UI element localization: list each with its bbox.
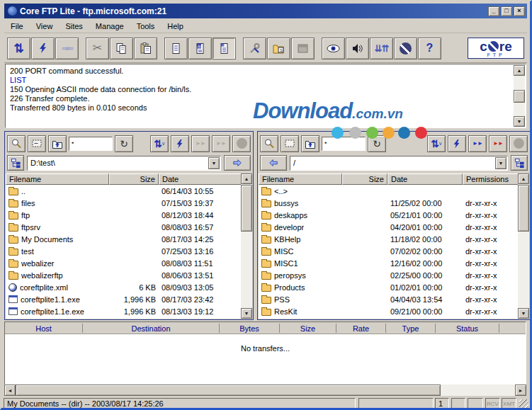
file-row[interactable]: ResKit09/21/00 00:00dr-xr-xr-x bbox=[259, 305, 529, 317]
file-row[interactable]: MISC07/02/02 00:00dr-xr-xr-x bbox=[259, 245, 529, 257]
file-row[interactable]: MISC112/16/02 00:00dr-xr-xr-x bbox=[259, 257, 529, 269]
file-row[interactable]: Products01/02/01 00:00dr-xr-xr-x bbox=[259, 281, 529, 293]
column-header-filename[interactable]: Filename bbox=[259, 173, 342, 185]
minimize-button[interactable]: _ bbox=[488, 6, 499, 16]
copy-button[interactable] bbox=[110, 38, 133, 59]
remote-path-combo[interactable]: / ▼ bbox=[290, 156, 508, 171]
binary-mode-button[interactable]: 10010 bbox=[188, 38, 212, 59]
file-row[interactable]: coreftplite.xml6 KB08/09/03 13:05 bbox=[6, 281, 252, 293]
local-refresh-button[interactable]: ↻ bbox=[115, 135, 133, 152]
scroll-down-icon[interactable]: ▼ bbox=[518, 308, 529, 319]
file-row[interactable]: developr04/20/01 00:00dr-xr-xr-x bbox=[259, 221, 529, 233]
menu-sites[interactable]: Sites bbox=[59, 21, 89, 32]
scroll-up-icon[interactable]: ▲ bbox=[518, 173, 529, 184]
remote-list-scrollbar[interactable]: ▲ ▼ bbox=[518, 173, 529, 319]
file-row[interactable]: peropsys02/25/00 00:00dr-xr-xr-x bbox=[259, 269, 529, 281]
auto-mode-button[interactable]: 10 bbox=[213, 38, 236, 59]
queue-column-rate[interactable]: Rate bbox=[336, 324, 386, 333]
help-button[interactable]: ? bbox=[418, 38, 441, 59]
connect-button[interactable] bbox=[31, 38, 55, 59]
file-row[interactable]: ..06/14/03 10:55 bbox=[6, 185, 252, 197]
file-row[interactable]: coreftplite1.1.exe1,996 KB08/17/03 23:42 bbox=[6, 293, 252, 305]
file-row[interactable]: ftpsrv08/08/03 16:57 bbox=[6, 221, 252, 233]
abort-button[interactable] bbox=[394, 38, 417, 59]
resize-grip[interactable] bbox=[519, 399, 528, 409]
scroll-right-icon[interactable]: ► bbox=[515, 385, 526, 396]
remote-folder-up-button[interactable] bbox=[301, 135, 319, 152]
file-row[interactable]: coreftplite1.1e.exe1,996 KB08/13/03 19:1… bbox=[6, 305, 252, 317]
local-filter-input[interactable] bbox=[69, 137, 113, 151]
column-header-date[interactable]: Date bbox=[159, 173, 252, 185]
transfer-window-button[interactable] bbox=[291, 38, 315, 59]
column-header-date[interactable]: Date bbox=[387, 173, 463, 185]
combo-dropdown-icon[interactable]: ▼ bbox=[208, 157, 220, 169]
log-scrollbar[interactable]: ▲ ▼ bbox=[514, 65, 525, 127]
queue-column-destination[interactable]: Destination bbox=[83, 324, 220, 333]
remote-download-button[interactable]: ►► bbox=[489, 135, 507, 152]
remote-select-button[interactable] bbox=[281, 135, 299, 152]
local-search-button[interactable] bbox=[7, 135, 26, 152]
remote-upload-button[interactable]: ►► bbox=[468, 135, 487, 152]
remote-back-button[interactable] bbox=[260, 155, 287, 171]
cut-button[interactable]: ✂ bbox=[86, 38, 109, 59]
column-header-size[interactable]: Size bbox=[109, 173, 159, 185]
local-go-button[interactable] bbox=[224, 155, 251, 171]
scroll-thumb[interactable] bbox=[241, 185, 252, 232]
local-upload-button[interactable]: ►► bbox=[191, 135, 210, 152]
site-manager-button[interactable]: S bbox=[267, 38, 290, 59]
file-row[interactable]: ftp08/12/03 18:44 bbox=[6, 209, 252, 221]
menu-help[interactable]: Help bbox=[161, 21, 190, 32]
queue-column-size[interactable]: Size bbox=[280, 324, 336, 333]
scroll-down-icon[interactable]: ▼ bbox=[241, 308, 252, 319]
scroll-up-icon[interactable]: ▲ bbox=[241, 173, 252, 184]
remote-filter-input[interactable] bbox=[322, 137, 366, 151]
local-tree-button[interactable] bbox=[7, 155, 24, 171]
paste-button[interactable] bbox=[134, 38, 157, 59]
scroll-thumb[interactable] bbox=[16, 385, 441, 396]
remote-search-button[interactable] bbox=[260, 135, 278, 152]
file-row[interactable]: webalizer08/08/03 11:51 bbox=[6, 257, 252, 269]
local-stop-button[interactable] bbox=[232, 135, 251, 152]
menu-view[interactable]: View bbox=[30, 21, 60, 32]
remote-stop-button[interactable] bbox=[509, 135, 528, 152]
scroll-up-icon[interactable]: ▲ bbox=[514, 65, 525, 76]
scroll-thumb[interactable] bbox=[518, 185, 529, 232]
local-list-scrollbar[interactable]: ▲ ▼ bbox=[241, 173, 252, 319]
file-row[interactable]: PSS04/04/03 13:54dr-xr-xr-x bbox=[259, 293, 529, 305]
scroll-left-icon[interactable]: ◄ bbox=[4, 385, 16, 396]
local-transfer-button[interactable]: ⇅v bbox=[150, 135, 169, 152]
file-row[interactable]: test07/25/03 13:16 bbox=[6, 245, 252, 257]
disconnect-button[interactable]: ⇒⇐ bbox=[55, 38, 79, 59]
queue-column-host[interactable]: Host bbox=[5, 324, 83, 333]
menu-tools[interactable]: Tools bbox=[130, 21, 162, 32]
close-button[interactable]: × bbox=[514, 6, 525, 16]
file-row[interactable]: bussys11/25/02 00:00dr-xr-xr-x bbox=[259, 197, 529, 209]
remote-refresh-button[interactable]: ↻ bbox=[368, 135, 386, 152]
column-header-size[interactable]: Size bbox=[342, 173, 387, 185]
file-row[interactable]: deskapps05/21/01 00:00dr-xr-xr-x bbox=[259, 209, 529, 221]
queue-column-bytes[interactable]: Bytes bbox=[220, 324, 280, 333]
local-folder-up-button[interactable] bbox=[48, 135, 67, 152]
sound-button[interactable] bbox=[346, 38, 369, 59]
file-row[interactable]: My Documents08/17/03 14:25 bbox=[6, 233, 252, 245]
view-button[interactable] bbox=[322, 38, 345, 59]
menu-manage[interactable]: Manage bbox=[89, 21, 130, 32]
queue-column-status[interactable]: Status bbox=[436, 324, 499, 333]
local-path-combo[interactable]: D:\test\ ▼ bbox=[27, 156, 221, 171]
queue-button[interactable]: ⇊⇈ bbox=[370, 38, 393, 59]
scroll-thumb[interactable] bbox=[514, 90, 525, 103]
options-button[interactable] bbox=[243, 38, 266, 59]
maximize-button[interactable]: □ bbox=[501, 6, 512, 16]
file-row[interactable]: webalizerftp08/06/03 13:51 bbox=[6, 269, 252, 281]
queue-horizontal-scrollbar[interactable]: ◄ ► bbox=[4, 385, 526, 396]
file-row[interactable]: files07/15/03 19:37 bbox=[6, 197, 252, 209]
queue-column-type[interactable]: Type bbox=[386, 324, 436, 333]
combo-dropdown-icon[interactable]: ▼ bbox=[495, 157, 506, 169]
column-header-filename[interactable]: Filename bbox=[6, 173, 109, 185]
file-row[interactable]: <..> bbox=[259, 185, 529, 197]
local-download-button[interactable]: ►► bbox=[212, 135, 230, 152]
transfer-button[interactable]: ⇅ bbox=[7, 38, 30, 59]
remote-transfer-button[interactable]: ⇅v bbox=[427, 135, 446, 152]
scroll-down-icon[interactable]: ▼ bbox=[514, 116, 525, 127]
local-connect-button[interactable] bbox=[171, 135, 189, 152]
